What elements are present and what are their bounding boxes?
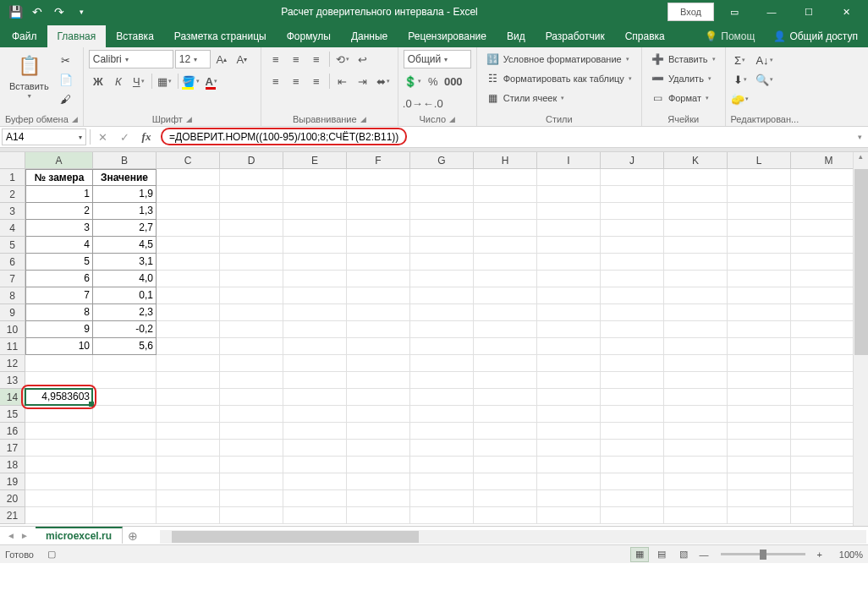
cell-J7[interactable] [601,271,664,287]
format-cells-button[interactable]: ▭Формат▾ [647,89,713,107]
cell-F16[interactable] [347,423,410,440]
enter-formula-icon[interactable]: ✓ [113,127,135,147]
cell-J16[interactable] [601,423,664,440]
align-right-button[interactable]: ≡ [307,72,326,90]
cell-F13[interactable] [347,372,410,389]
cell-E15[interactable] [283,406,347,423]
cell-E7[interactable] [283,271,347,287]
clear-button[interactable]: 🧽▾ [731,90,750,107]
zoom-level[interactable]: 100% [829,550,863,560]
row-header-1[interactable]: 1 [0,169,25,186]
cell-J13[interactable] [601,372,664,389]
col-header-C[interactable]: C [157,152,220,169]
cell-K9[interactable] [664,304,728,321]
cell-B5[interactable]: 4,5 [93,237,157,254]
cell-B17[interactable] [93,440,157,457]
cell-I19[interactable] [537,473,601,490]
cell-H18[interactable] [474,457,537,473]
cell-I2[interactable] [537,186,601,203]
tab-file[interactable]: Файл [2,25,47,47]
cell-E19[interactable] [283,473,347,490]
tab-формулы[interactable]: Формулы [277,25,341,47]
cell-J14[interactable] [601,389,664,406]
cell-K18[interactable] [664,457,728,473]
cell-F3[interactable] [347,203,410,220]
cell-L19[interactable] [728,473,791,490]
font-dialog-icon[interactable]: ◢ [186,115,192,123]
cell-styles-button[interactable]: ▦Стили ячеек▾ [482,89,569,107]
bold-button[interactable]: Ж [89,72,107,90]
cell-B9[interactable]: 2,3 [93,304,157,321]
cell-K14[interactable] [664,389,728,406]
cell-B16[interactable] [93,423,157,440]
cell-G16[interactable] [410,423,474,440]
cell-L12[interactable] [728,355,791,372]
cell-A19[interactable] [25,473,93,490]
align-dialog-icon[interactable]: ◢ [360,115,366,123]
cell-E14[interactable] [283,389,347,406]
close-button[interactable]: ✕ [829,0,863,24]
cell-H21[interactable] [474,507,537,524]
underline-button[interactable]: Ч▾ [129,72,148,90]
cell-B13[interactable] [93,372,157,389]
row-header-3[interactable]: 3 [0,203,25,220]
cell-H8[interactable] [474,287,537,304]
cell-G8[interactable] [410,287,474,304]
tab-разметка страницы[interactable]: Разметка страницы [164,25,277,47]
decrease-font-button[interactable]: A▾ [233,50,251,68]
sort-filter-button[interactable]: A↓▾ [753,52,777,68]
vertical-scrollbar[interactable]: ▴ [853,152,868,526]
tab-главная[interactable]: Главная [47,25,107,47]
number-dialog-icon[interactable]: ◢ [449,115,455,123]
cell-E8[interactable] [283,287,347,304]
cell-J21[interactable] [601,507,664,524]
cell-C15[interactable] [157,406,220,423]
cell-G15[interactable] [410,406,474,423]
find-select-button[interactable]: 🔍▾ [753,71,777,88]
cell-G5[interactable] [410,237,474,254]
cell-D21[interactable] [220,507,283,524]
cell-D16[interactable] [220,423,283,440]
cell-K17[interactable] [664,440,728,457]
col-header-K[interactable]: K [664,152,728,169]
cell-A13[interactable] [25,372,93,389]
cell-G7[interactable] [410,271,474,287]
cell-B21[interactable] [93,507,157,524]
row-header-9[interactable]: 9 [0,304,25,321]
cell-I15[interactable] [537,406,601,423]
cell-J11[interactable] [601,338,664,355]
cell-K12[interactable] [664,355,728,372]
percent-button[interactable]: % [424,72,442,90]
cell-L2[interactable] [728,186,791,203]
cell-G19[interactable] [410,473,474,490]
cell-F9[interactable] [347,304,410,321]
cell-L20[interactable] [728,490,791,507]
cell-D19[interactable] [220,473,283,490]
zoom-slider[interactable] [721,553,805,555]
cell-E12[interactable] [283,355,347,372]
cell-D18[interactable] [220,457,283,473]
spreadsheet-grid[interactable]: ABCDEFGHIJKLM 12345678910111213141516171… [0,152,868,526]
cell-H3[interactable] [474,203,537,220]
row-header-4[interactable]: 4 [0,220,25,237]
cell-F1[interactable] [347,169,410,186]
cell-B2[interactable]: 1,9 [93,186,157,203]
wrap-text-button[interactable]: ↩ [354,50,372,68]
tab-данные[interactable]: Данные [341,25,398,47]
cell-F20[interactable] [347,490,410,507]
cell-C13[interactable] [157,372,220,389]
cell-F6[interactable] [347,254,410,271]
cell-E3[interactable] [283,203,347,220]
cell-H17[interactable] [474,440,537,457]
zoom-out-button[interactable]: — [696,550,712,560]
cell-G14[interactable] [410,389,474,406]
cell-A9[interactable]: 8 [25,304,93,321]
cell-C11[interactable] [157,338,220,355]
cell-E13[interactable] [283,372,347,389]
cell-L8[interactable] [728,287,791,304]
row-header-5[interactable]: 5 [0,237,25,254]
cell-K4[interactable] [664,220,728,237]
cell-L14[interactable] [728,389,791,406]
cell-L15[interactable] [728,406,791,423]
cell-J5[interactable] [601,237,664,254]
